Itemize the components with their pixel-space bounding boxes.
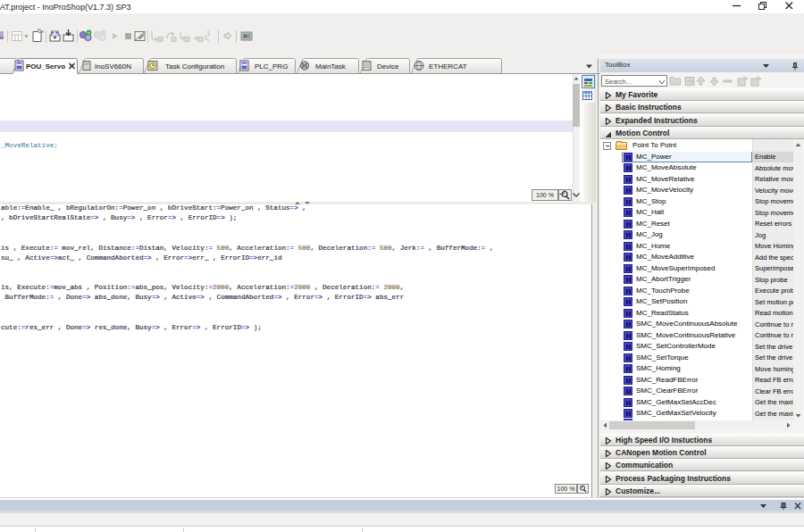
svg-text:POU_Servo: POU_Servo (26, 62, 65, 71)
svg-text:PLC_PRG: PLC_PRG (255, 62, 288, 71)
svg-text:ETHERCAT: ETHERCAT (429, 62, 467, 71)
svg-text:MainTask: MainTask (315, 62, 347, 71)
svg-text:Task Configuration: Task Configuration (165, 62, 224, 71)
svg-text:Device: Device (377, 62, 399, 71)
svg-text:InoSV660N: InoSV660N (95, 62, 131, 71)
